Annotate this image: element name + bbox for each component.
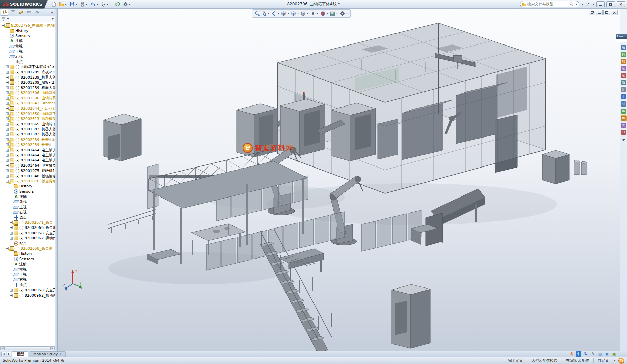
solidworks-icon[interactable]: S [569, 351, 574, 357]
resource-monitor-badge[interactable]: 79 [618, 358, 624, 364]
tree-item[interactable]: (-) 82000958_安全开关 [1, 231, 55, 236]
tree-item[interactable]: (-) 82001239_机器人管线 [1, 75, 55, 80]
tree-item[interactable]: History [1, 28, 55, 33]
tree-item[interactable]: (-) 82002613_两种框架 [1, 116, 55, 121]
keyboard-icon[interactable]: ▤ [597, 351, 603, 357]
hud-apply-scene-button[interactable] [330, 11, 338, 16]
tree-item[interactable]: (-) 82001209_底板<2> (默 [1, 80, 55, 85]
tree-item[interactable]: (-) 82001850_曲轴箱下 [1, 111, 55, 116]
machinery-3d-model[interactable] [58, 9, 620, 351]
tree-item[interactable]: (-) 82002066_钣金房组 [1, 225, 55, 230]
tree-item[interactable]: (-) 82001506_曲轴箱双 [1, 90, 55, 95]
tree-item[interactable]: 右视 [1, 277, 55, 282]
dropdown-arrow-icon[interactable] [297, 13, 299, 14]
tree-expander-icon[interactable] [6, 81, 9, 84]
task-pane-button-智[interactable]: 智 [621, 66, 627, 71]
tree-item[interactable]: Sensors [1, 33, 55, 38]
hud-view-settings-button[interactable] [340, 11, 348, 16]
graphics-viewport[interactable]: × 智 智造资料网 Y X Z [58, 9, 620, 351]
tab-model[interactable]: 模型 [12, 351, 28, 357]
layers-icon[interactable]: ▣ [611, 351, 617, 357]
tree-expander-icon[interactable] [6, 133, 9, 136]
tree-item[interactable]: 原点 [1, 59, 55, 64]
hud-edit-appearance-button[interactable] [320, 11, 328, 16]
toolbar-select-button[interactable] [100, 1, 110, 8]
filter-funnel-icon[interactable] [1, 17, 6, 21]
hud-hide-show-items-button[interactable] [310, 11, 319, 16]
dropdown-arrow-icon[interactable] [307, 13, 309, 14]
tree-expander-icon[interactable] [6, 86, 9, 89]
tree-item[interactable]: (-) 82002644_<1> (默 [1, 106, 55, 111]
tree-item[interactable]: (-) 82002058_钣金房 [1, 246, 55, 251]
panel-tab-configurationmanager[interactable] [17, 9, 25, 16]
tree-expander-icon[interactable] [6, 149, 9, 152]
tree-item[interactable]: 右视 [1, 54, 55, 59]
tree-item[interactable]: (-) 82001464_电主轴支架 [1, 158, 55, 163]
panel-collapse-button[interactable]: » [50, 10, 54, 15]
dropdown-arrow-icon[interactable] [107, 4, 109, 5]
tree-item[interactable]: 上视 [1, 49, 55, 54]
tree-expander-icon[interactable] [6, 154, 9, 157]
tree-item[interactable]: (-) 82001383_机器人管线 [1, 127, 55, 132]
tree-item[interactable]: 前视 [1, 199, 55, 204]
panel-splitter[interactable] [55, 9, 58, 351]
tree-expander-icon[interactable] [6, 65, 9, 68]
window-close-button[interactable]: × [617, 1, 625, 7]
tree-expander-icon[interactable] [6, 175, 9, 178]
dropdown-arrow-icon[interactable] [86, 4, 88, 5]
tree-item[interactable]: 上视 [1, 205, 55, 210]
tab-motion-study[interactable]: Motion Study 1 [29, 351, 66, 357]
refresh-icon[interactable]: ↻ [583, 351, 589, 357]
task-pane-button-材[interactable]: 材 [621, 101, 627, 107]
tree-item[interactable]: 前视 [1, 267, 55, 272]
help-button[interactable]: ? [585, 2, 590, 7]
tree-item[interactable]: 前视 [1, 44, 55, 49]
task-pane-flyout[interactable]: Con [616, 34, 627, 42]
search-icon[interactable] [569, 2, 574, 6]
hud-view-orientation-button[interactable] [291, 11, 299, 16]
tree-item[interactable]: 注解 [1, 38, 55, 43]
toolbar-save-button[interactable] [69, 1, 78, 8]
scrollbar-thumb[interactable] [5, 346, 50, 350]
status-customize[interactable]: 自定义 [593, 358, 613, 363]
dropdown-arrow-icon[interactable] [75, 4, 77, 5]
tree-expander-icon[interactable] [10, 289, 13, 292]
task-pane-button-扫[interactable]: 扫 [621, 129, 627, 135]
globe-icon[interactable]: ◉ [604, 351, 610, 357]
tree-expander-icon[interactable] [6, 71, 9, 74]
dropdown-arrow-icon[interactable] [65, 4, 67, 5]
tree-item[interactable]: (-) 82002239_长安曲轴 [1, 137, 55, 142]
tree-expander-icon[interactable] [6, 128, 9, 131]
panel-tab-propertymanager[interactable] [9, 9, 17, 16]
tree-item[interactable]: 注解 [1, 262, 55, 267]
tree-item[interactable]: 原点 [1, 282, 55, 287]
tree-expander-icon[interactable] [10, 237, 13, 240]
tree-expander-icon[interactable] [10, 232, 13, 235]
toolbar-rebuild-button[interactable] [114, 1, 121, 8]
tree-root-item[interactable]: 82002796_曲轴箱下体A线 [1, 23, 55, 28]
dropdown-arrow-icon[interactable] [277, 13, 279, 14]
toolbar-overflow-icon[interactable] [582, 4, 584, 5]
scroll-right-icon[interactable]: ▶ [50, 346, 55, 350]
solidworks-logo[interactable]: ΞS SOLIDWORKS [0, 0, 48, 9]
tree-item[interactable]: (-) 82001464_电主轴支架 [1, 147, 55, 152]
panel-tab-dimxpertmanager[interactable] [25, 9, 33, 16]
tree-item[interactable]: (-) 曲轴箱下体底板<1> (默 [1, 64, 55, 69]
window-minimize-button[interactable] [596, 1, 605, 7]
task-pane-button-隐[interactable]: 隐 [621, 80, 627, 86]
panel-tab-featuremanager-tree[interactable] [1, 9, 8, 16]
scroll-left-icon[interactable]: ◀ [0, 346, 5, 350]
filter-dropdown-icon[interactable] [7, 18, 9, 20]
toolbar-print-button[interactable] [79, 1, 89, 8]
task-pane-button-线[interactable]: 线 [621, 59, 627, 64]
toolbar-new-document-button[interactable] [50, 1, 57, 8]
tree-expander-icon[interactable] [6, 76, 9, 79]
tree-options-dropdown-icon[interactable] [52, 18, 54, 20]
panel-tab-displaymanager[interactable] [33, 9, 41, 16]
task-pane-button-In[interactable]: In [621, 115, 627, 121]
task-pane-button-爆[interactable]: 爆 [621, 108, 627, 114]
edit-pencil-icon[interactable]: ✎ [590, 351, 596, 357]
search-scope-folder-icon[interactable] [522, 2, 526, 6]
toolbar-options-button[interactable] [122, 1, 132, 8]
hud-section-view-button[interactable] [281, 11, 289, 16]
